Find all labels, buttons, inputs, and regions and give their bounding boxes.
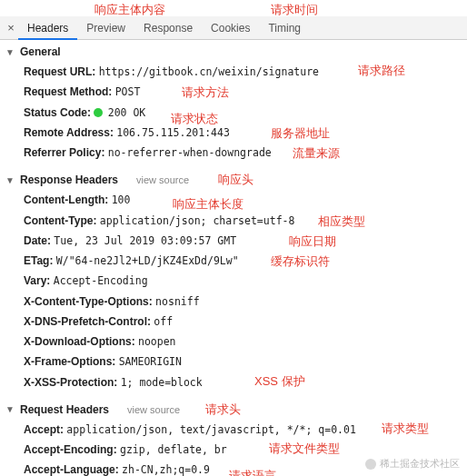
- annotation-request-path: 请求路径: [358, 62, 405, 80]
- view-source-link[interactable]: view source: [127, 404, 180, 415]
- label-etag: ETag:: [24, 254, 53, 267]
- row-content-length: Content-Length: 100 响应主体长度: [24, 190, 467, 210]
- annotation-xss: XSS 保护: [254, 372, 305, 391]
- section-title-general: General: [20, 45, 61, 58]
- label-xxss: X-XSS-Protection:: [24, 376, 117, 389]
- row-status-code: Status Code: 200 OK 请求状态: [24, 103, 467, 123]
- status-dot-icon: [94, 108, 103, 117]
- value-accept-encoding: gzip, deflate, br: [120, 443, 227, 456]
- annotation-accept: 请求类型: [382, 420, 429, 438]
- watermark-text: 稀土掘金技术社区: [380, 457, 460, 471]
- watermark-icon: [365, 459, 376, 470]
- annotation-request-headers: 请求头: [205, 402, 241, 418]
- annotation-etag: 缓存标识符: [271, 253, 330, 271]
- row-vary: Vary: Accept-Encoding: [24, 271, 467, 291]
- disclosure-triangle-icon: ▼: [5, 175, 15, 185]
- row-etag: ETag: W/"64-ne2Jl2+LD/jKZ4ExDd/9Lw" 缓存标识…: [24, 251, 467, 271]
- label-xdpc: X-DNS-Prefetch-Control:: [24, 315, 151, 328]
- tab-bar: × Headers Preview Response Cookies Timin…: [0, 16, 467, 40]
- watermark: 稀土掘金技术社区: [365, 457, 460, 471]
- section-response-headers-header[interactable]: ▼ Response Headers view source 响应头: [0, 168, 467, 190]
- value-request-method: POST: [115, 85, 141, 98]
- row-request-url: Request URL: https://gitbook.cn/weixin/s…: [24, 62, 467, 82]
- value-remote-address: 106.75.115.201:443: [116, 126, 230, 139]
- label-status-code: Status Code:: [24, 106, 91, 119]
- label-accept: Accept:: [24, 423, 64, 436]
- value-content-length: 100: [112, 193, 131, 206]
- label-xcto: X-Content-Type-Options:: [24, 295, 153, 308]
- row-remote-address: Remote Address: 106.75.115.201:443 服务器地址: [24, 123, 467, 143]
- annotation-accept-encoding: 请求文件类型: [269, 440, 340, 458]
- value-etag: W/"64-ne2Jl2+LD/jKZ4ExDd/9Lw": [56, 254, 239, 267]
- response-header-rows: Content-Length: 100 响应主体长度 Content-Type:…: [0, 190, 467, 398]
- label-xfo: X-Frame-Options:: [24, 355, 115, 368]
- annotation-server-address: 服务器地址: [271, 124, 330, 143]
- row-accept: Accept: application/json, text/javascrip…: [24, 420, 467, 440]
- row-referrer-policy: Referrer Policy: no-referrer-when-downgr…: [24, 143, 467, 163]
- tab-preview[interactable]: Preview: [77, 17, 134, 39]
- annotation-referer: 流量来源: [293, 144, 340, 163]
- value-referrer-policy: no-referrer-when-downgrade: [108, 146, 272, 159]
- tab-cookies[interactable]: Cookies: [202, 17, 259, 39]
- label-content-type: Content-Type:: [24, 214, 96, 227]
- section-request-headers-header[interactable]: ▼ Request Headers view source 请求头: [0, 398, 467, 420]
- row-x-xss-protection: X-XSS-Protection: 1; mode=block XSS 保护: [24, 372, 467, 392]
- annotation-request-method: 请求方法: [182, 84, 229, 102]
- label-date: Date:: [24, 234, 51, 247]
- section-general-header[interactable]: ▼ General: [0, 40, 467, 62]
- value-request-url: https://gitbook.cn/weixin/signature: [99, 65, 319, 78]
- row-request-method: Request Method: POST 请求方法: [24, 82, 467, 102]
- general-rows: Request URL: https://gitbook.cn/weixin/s…: [0, 62, 467, 168]
- view-source-link[interactable]: view source: [136, 174, 189, 185]
- value-xfo: SAMEORIGIN: [119, 355, 182, 368]
- annotation-content-type: 相应类型: [318, 213, 365, 231]
- label-request-url: Request URL:: [24, 65, 95, 78]
- section-title-request-headers: Request Headers: [20, 403, 109, 416]
- row-x-download-options: X-Download-Options: noopen: [24, 332, 467, 352]
- row-date: Date: Tue, 23 Jul 2019 03:09:57 GMT 响应日期: [24, 231, 467, 251]
- label-content-length: Content-Length:: [24, 193, 108, 206]
- label-remote-address: Remote Address:: [24, 126, 114, 139]
- value-xcto: nosniff: [155, 295, 199, 308]
- value-accept: application/json, text/javascript, */*; …: [66, 423, 356, 436]
- disclosure-triangle-icon: ▼: [5, 47, 15, 57]
- tab-headers[interactable]: Headers: [18, 17, 77, 39]
- row-x-dns-prefetch-control: X-DNS-Prefetch-Control: off: [24, 312, 467, 332]
- annotation-date: 响应日期: [289, 233, 336, 251]
- value-xdo: noopen: [138, 335, 176, 348]
- label-referrer-policy: Referrer Policy:: [24, 146, 104, 159]
- disclosure-triangle-icon: ▼: [5, 404, 15, 414]
- section-title-response-headers: Response Headers: [20, 174, 118, 186]
- label-xdo: X-Download-Options:: [24, 335, 135, 348]
- value-status-code: 200 OK: [108, 106, 146, 119]
- row-content-type: Content-Type: application/json; charset=…: [24, 211, 467, 231]
- row-x-frame-options: X-Frame-Options: SAMEORIGIN: [24, 352, 467, 372]
- label-accept-encoding: Accept-Encoding:: [24, 443, 117, 456]
- row-x-content-type-options: X-Content-Type-Options: nosniff: [24, 292, 467, 312]
- value-date: Tue, 23 Jul 2019 03:09:57 GMT: [54, 234, 236, 247]
- label-request-method: Request Method:: [24, 85, 112, 98]
- tab-response[interactable]: Response: [134, 17, 202, 39]
- tab-timing[interactable]: Timing: [259, 17, 310, 39]
- value-content-type: application/json; charset=utf-8: [100, 214, 295, 227]
- value-vary: Accept-Encoding: [54, 274, 148, 287]
- value-accept-language: zh-CN,zh;q=0.9: [122, 463, 210, 476]
- annotation-response-headers: 响应头: [218, 172, 253, 188]
- close-icon[interactable]: ×: [4, 21, 18, 35]
- annotation-accept-language: 请求语言: [229, 467, 276, 476]
- label-vary: Vary:: [24, 274, 50, 287]
- value-xxss: 1; mode=block: [121, 376, 203, 389]
- label-accept-language: Accept-Language:: [24, 463, 119, 476]
- value-xdpc: off: [154, 315, 173, 328]
